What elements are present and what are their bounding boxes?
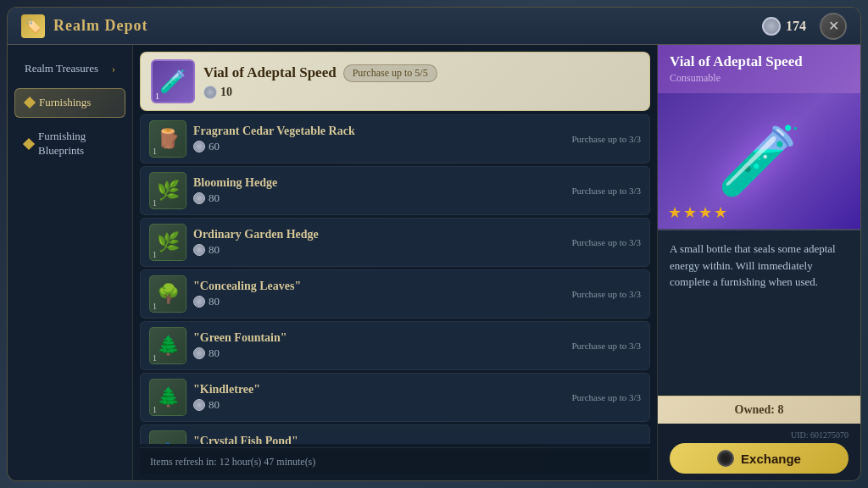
list-item[interactable]: 🐟 1 "Crystal Fish Pond" 80 Purchase up t… bbox=[140, 424, 650, 444]
star-1: ★ bbox=[668, 203, 682, 222]
selected-item-info: Vial of Adeptal Speed Purchase up to 5/5… bbox=[203, 64, 639, 99]
owned-label: Owned: 8 bbox=[735, 403, 784, 416]
list-item-image: 🌲 1 bbox=[149, 379, 186, 416]
list-purchase-label: Purchase up to 3/3 bbox=[571, 392, 641, 402]
selected-item-name-row: Vial of Adeptal Speed Purchase up to 5/5 bbox=[203, 64, 639, 82]
list-item-cost: 80 bbox=[193, 398, 565, 412]
right-panel: Vial of Adeptal Speed Consumable 🧪 ★ ★ ★… bbox=[657, 45, 860, 480]
list-item-name: Fragrant Cedar Vegetable Rack bbox=[193, 125, 565, 138]
list-item-image: 🌿 1 bbox=[149, 224, 186, 261]
owned-display: Owned: 8 bbox=[658, 396, 860, 424]
currency-display: 174 bbox=[762, 17, 806, 36]
list-cost-coin-icon bbox=[193, 399, 205, 411]
list-item-info: "Crystal Fish Pond" 80 bbox=[193, 435, 565, 444]
sidebar-item-furnishing-blueprints[interactable]: Furnishing Blueprints bbox=[14, 123, 125, 165]
stars-container: ★ ★ ★ ★ bbox=[668, 203, 727, 222]
list-item-cost: 80 bbox=[193, 347, 565, 360]
list-item-info: "Green Fountain" 80 bbox=[193, 331, 565, 360]
list-item-icon: 🌳 bbox=[157, 283, 180, 305]
cost-coin-icon bbox=[203, 86, 217, 99]
list-item-num: 1 bbox=[153, 198, 157, 208]
list-item-info: "Kindletree" 80 bbox=[193, 383, 565, 412]
list-item-info: Blooming Hedge 80 bbox=[193, 176, 565, 205]
star-2: ★ bbox=[683, 203, 697, 222]
sidebar-item-realm-treasures[interactable]: Realm Treasures › bbox=[14, 55, 125, 83]
header-icon: 🏷️ bbox=[21, 14, 45, 38]
diamond-icon bbox=[24, 97, 36, 108]
list-item-num: 1 bbox=[153, 302, 157, 311]
body: Realm Treasures › Furnishings Furnishing… bbox=[8, 45, 860, 480]
close-button[interactable]: ✕ bbox=[820, 13, 847, 40]
exchange-button[interactable]: Exchange bbox=[670, 443, 849, 474]
refresh-timer: Items refresh in: 12 hour(s) 47 minute(s… bbox=[150, 456, 315, 468]
right-panel-header: Vial of Adeptal Speed Consumable bbox=[658, 45, 860, 93]
list-item-info: "Concealing Leaves" 80 bbox=[193, 280, 565, 308]
currency-amount: 174 bbox=[786, 19, 806, 34]
list-purchase-label: Purchase up to 3/3 bbox=[571, 186, 641, 196]
list-cost-coin-icon bbox=[193, 192, 205, 204]
list-cost-amount: 60 bbox=[209, 140, 220, 153]
list-item-name: "Kindletree" bbox=[193, 383, 565, 396]
selected-item-icon: 🧪 bbox=[159, 69, 186, 95]
footer: Items refresh in: 12 hour(s) 47 minute(s… bbox=[140, 447, 650, 474]
list-purchase-label: Purchase up to 3/3 bbox=[571, 134, 641, 144]
exchange-coin-icon bbox=[717, 450, 734, 467]
list-item-name: "Concealing Leaves" bbox=[193, 280, 565, 293]
item-list: 🪵 1 Fragrant Cedar Vegetable Rack 60 Pur… bbox=[140, 114, 650, 444]
list-item-num: 1 bbox=[153, 405, 157, 414]
list-item-name: "Green Fountain" bbox=[193, 331, 565, 345]
header: 🏷️ Realm Depot 174 ✕ bbox=[8, 8, 860, 45]
list-item[interactable]: 🌳 1 "Concealing Leaves" 80 Purchase up t… bbox=[140, 269, 650, 319]
selected-item-num: 1 bbox=[155, 92, 159, 101]
list-item[interactable]: 🌿 1 Blooming Hedge 80 Purchase up to 3/3 bbox=[140, 166, 650, 215]
right-item-icon: 🧪 bbox=[717, 121, 802, 201]
list-item-icon: 🌲 bbox=[157, 335, 180, 357]
exchange-area: UID: 601275070 Exchange bbox=[658, 424, 860, 480]
list-cost-coin-icon bbox=[193, 347, 205, 359]
sidebar-item-furnishings[interactable]: Furnishings bbox=[14, 88, 125, 118]
selected-item[interactable]: 🧪 1 Vial of Adeptal Speed Purchase up to… bbox=[140, 52, 650, 111]
list-item-num: 1 bbox=[153, 353, 157, 363]
currency-icon bbox=[762, 17, 781, 36]
right-item-name: Vial of Adeptal Speed bbox=[670, 53, 849, 70]
right-item-type: Consumable bbox=[670, 72, 849, 85]
selected-item-image: 🧪 1 bbox=[151, 59, 195, 103]
list-item-name: Blooming Hedge bbox=[193, 176, 565, 190]
list-cost-coin-icon bbox=[193, 296, 205, 308]
main-window: 🏷️ Realm Depot 174 ✕ Realm Treasures › F… bbox=[7, 7, 861, 481]
sidebar-label: Furnishings bbox=[39, 96, 91, 110]
header-title: Realm Depot bbox=[53, 17, 147, 35]
sidebar-label: Furnishing Blueprints bbox=[38, 130, 115, 158]
list-item-name: Ordinary Garden Hedge bbox=[193, 228, 565, 241]
selected-item-purchase-badge: Purchase up to 5/5 bbox=[343, 64, 437, 82]
list-cost-amount: 80 bbox=[209, 191, 220, 205]
list-cost-coin-icon bbox=[193, 244, 205, 256]
list-item-icon: 🌲 bbox=[157, 386, 180, 408]
selected-item-name: Vial of Adeptal Speed bbox=[203, 64, 337, 81]
list-cost-amount: 80 bbox=[209, 398, 220, 412]
sidebar-label: Realm Treasures bbox=[25, 62, 98, 76]
list-item[interactable]: 🪵 1 Fragrant Cedar Vegetable Rack 60 Pur… bbox=[140, 114, 650, 164]
sidebar: Realm Treasures › Furnishings Furnishing… bbox=[8, 45, 133, 480]
right-item-image: 🧪 ★ ★ ★ ★ bbox=[658, 93, 860, 229]
list-item[interactable]: 🌲 1 "Kindletree" 80 Purchase up to 3/3 bbox=[140, 373, 650, 422]
list-item[interactable]: 🌿 1 Ordinary Garden Hedge 80 Purchase up… bbox=[140, 218, 650, 267]
list-purchase-label: Purchase up to 3/3 bbox=[571, 341, 641, 351]
list-cost-amount: 80 bbox=[209, 295, 220, 308]
list-purchase-label: Purchase up to 3/3 bbox=[571, 237, 641, 247]
list-item-info: Ordinary Garden Hedge 80 bbox=[193, 228, 565, 257]
list-cost-amount: 80 bbox=[209, 243, 220, 257]
list-item-num: 1 bbox=[153, 250, 157, 259]
list-item-icon: 🌿 bbox=[157, 231, 180, 253]
list-item-cost: 80 bbox=[193, 191, 565, 205]
list-item-image: 🌿 1 bbox=[149, 172, 186, 209]
star-3: ★ bbox=[698, 203, 712, 222]
description-text: A small bottle that seals some adeptal e… bbox=[670, 242, 836, 288]
list-item-cost: 80 bbox=[193, 295, 565, 308]
list-item-name: "Crystal Fish Pond" bbox=[193, 435, 565, 444]
list-item-icon: 🌿 bbox=[157, 180, 180, 202]
list-item-image: 🪵 1 bbox=[149, 120, 186, 158]
list-item-num: 1 bbox=[153, 147, 157, 156]
list-item[interactable]: 🌲 1 "Green Fountain" 80 Purchase up to 3… bbox=[140, 321, 650, 370]
cost-amount: 10 bbox=[220, 86, 232, 99]
